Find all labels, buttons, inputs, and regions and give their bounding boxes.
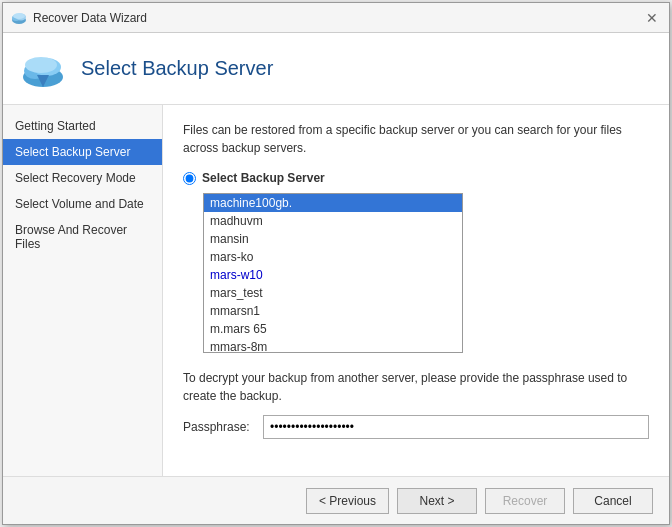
passphrase-row: Passphrase: [183, 415, 649, 439]
svg-point-3 [13, 13, 25, 19]
listbox-item[interactable]: mansin [204, 230, 462, 248]
select-backup-server-radio[interactable] [183, 172, 196, 185]
listbox-item[interactable]: mars-w10 [204, 266, 462, 284]
content-area: Getting Started Select Backup Server Sel… [3, 105, 669, 476]
server-listbox[interactable]: machine100gb. madhuvm mansin mars-ko mar… [203, 193, 463, 353]
listbox-item[interactable]: mmars-8m [204, 338, 462, 353]
header-band: Select Backup Server [3, 33, 669, 105]
listbox-item[interactable]: mmarsn1 [204, 302, 462, 320]
sidebar-item-select-volume-date[interactable]: Select Volume and Date [3, 191, 162, 217]
window-title: Recover Data Wizard [33, 11, 147, 25]
select-backup-server-label[interactable]: Select Backup Server [202, 171, 325, 185]
cancel-button[interactable]: Cancel [573, 488, 653, 514]
app-icon [11, 10, 27, 26]
close-button[interactable]: ✕ [643, 9, 661, 27]
window: Recover Data Wizard ✕ Select Backup Serv… [2, 2, 670, 525]
recover-button[interactable]: Recover [485, 488, 565, 514]
listbox-item[interactable]: madhuvm [204, 212, 462, 230]
footer: < Previous Next > Recover Cancel [3, 476, 669, 524]
decrypt-text: To decrypt your backup from another serv… [183, 369, 649, 405]
listbox-item[interactable]: m.mars 65 [204, 320, 462, 338]
sidebar-item-getting-started[interactable]: Getting Started [3, 113, 162, 139]
description-text: Files can be restored from a specific ba… [183, 121, 649, 157]
passphrase-label: Passphrase: [183, 420, 255, 434]
radio-row: Select Backup Server [183, 171, 649, 185]
title-bar: Recover Data Wizard ✕ [3, 3, 669, 33]
header-logo [19, 45, 67, 93]
previous-button[interactable]: < Previous [306, 488, 389, 514]
sidebar: Getting Started Select Backup Server Sel… [3, 105, 163, 476]
svg-point-7 [25, 57, 57, 73]
listbox-item[interactable]: machine100gb. [204, 194, 462, 212]
title-bar-left: Recover Data Wizard [11, 10, 147, 26]
passphrase-input[interactable] [263, 415, 649, 439]
main-panel: Files can be restored from a specific ba… [163, 105, 669, 476]
sidebar-item-select-backup-server[interactable]: Select Backup Server [3, 139, 162, 165]
page-title: Select Backup Server [81, 57, 273, 80]
next-button[interactable]: Next > [397, 488, 477, 514]
sidebar-item-select-recovery-mode[interactable]: Select Recovery Mode [3, 165, 162, 191]
listbox-item[interactable]: mars_test [204, 284, 462, 302]
listbox-item[interactable]: mars-ko [204, 248, 462, 266]
sidebar-item-browse-recover[interactable]: Browse And Recover Files [3, 217, 162, 257]
